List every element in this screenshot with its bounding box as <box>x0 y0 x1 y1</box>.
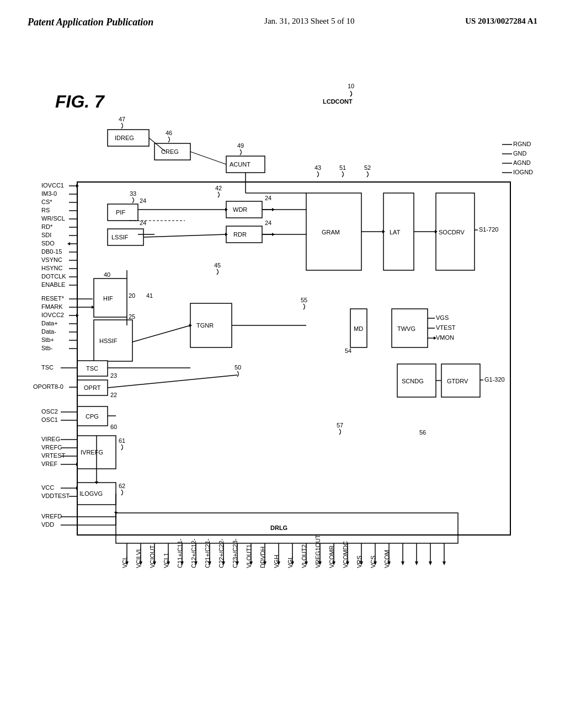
svg-text:VREFC: VREFC <box>41 444 62 451</box>
svg-text:FIG. 7: FIG. 7 <box>55 92 105 111</box>
svg-text:OSC2: OSC2 <box>41 408 58 415</box>
svg-line-239 <box>190 152 226 164</box>
svg-text:SCNDG: SCNDG <box>402 378 424 384</box>
svg-text:VCOM: VCOM <box>383 550 390 568</box>
svg-text:VLOUT2: VLOUT2 <box>301 544 307 568</box>
svg-text:20: 20 <box>129 292 135 299</box>
svg-text:VTEST: VTEST <box>436 324 456 331</box>
svg-text:TGNR: TGNR <box>196 322 214 329</box>
svg-line-249 <box>143 234 226 237</box>
svg-text:40: 40 <box>104 271 110 278</box>
svg-text:22: 22 <box>110 392 117 398</box>
svg-text:42: 42 <box>215 185 222 191</box>
svg-text:WDR: WDR <box>233 206 247 213</box>
svg-text:24: 24 <box>265 195 271 201</box>
svg-text:Data+: Data+ <box>41 320 58 326</box>
svg-text:56: 56 <box>419 429 426 436</box>
svg-text:S1-720: S1-720 <box>479 226 498 233</box>
publication-title: Patent Application Publication <box>28 17 153 28</box>
svg-text:RD*: RD* <box>41 223 53 230</box>
svg-text:Stb+: Stb+ <box>41 336 54 343</box>
svg-text:HSSIF: HSSIF <box>99 338 118 344</box>
svg-text:AGND: AGND <box>513 159 531 166</box>
diagram-area: FIG. 7 10 LCDCONT RGND GND AGND IOGND 47… <box>22 72 554 717</box>
svg-text:VCOMR: VCOMR <box>328 545 335 568</box>
svg-text:51: 51 <box>339 164 346 171</box>
svg-text:RGND: RGND <box>513 141 531 147</box>
svg-text:HIF: HIF <box>103 295 113 302</box>
svg-text:C23+/C23-: C23+/C23- <box>232 538 238 568</box>
svg-text:HSYNC: HSYNC <box>41 265 63 271</box>
svg-text:23: 23 <box>110 372 117 379</box>
svg-text:C11+/C11-: C11+/C11- <box>177 538 183 568</box>
publication-number: US 2013/0027284 A1 <box>465 17 537 26</box>
svg-text:IM3-0: IM3-0 <box>41 190 57 197</box>
svg-text:GND: GND <box>513 150 527 157</box>
svg-text:Stb-: Stb- <box>41 345 53 351</box>
svg-text:55: 55 <box>301 297 307 303</box>
svg-line-259 <box>108 375 237 388</box>
svg-text:VGL: VGL <box>287 556 294 568</box>
svg-text:DRLG: DRLG <box>270 524 287 531</box>
svg-text:DOTCLK: DOTCLK <box>41 273 66 280</box>
svg-text:VGS: VGS <box>436 314 449 321</box>
svg-text:C21+/C21-: C21+/C21- <box>204 538 211 568</box>
svg-text:ENABLE: ENABLE <box>41 281 65 288</box>
svg-text:VLOUT1: VLOUT1 <box>246 544 252 568</box>
svg-text:SDI: SDI <box>41 232 51 238</box>
svg-text:45: 45 <box>214 262 221 269</box>
svg-marker-217 <box>443 561 446 565</box>
svg-text:VMON: VMON <box>436 334 454 341</box>
svg-text:TSC: TSC <box>41 364 54 371</box>
svg-text:MD: MD <box>354 325 363 332</box>
svg-text:VCC: VCC <box>41 484 54 491</box>
svg-text:LCDCONT: LCDCONT <box>323 98 353 105</box>
svg-text:IOVCC1: IOVCC1 <box>41 182 64 189</box>
svg-text:VSYNC: VSYNC <box>41 256 62 263</box>
svg-text:VDDTEST: VDDTEST <box>41 493 70 499</box>
svg-text:VIREG: VIREG <box>41 436 60 442</box>
svg-text:PIF: PIF <box>116 209 125 216</box>
svg-text:60: 60 <box>110 424 117 430</box>
svg-text:VRTEST: VRTEST <box>41 452 65 459</box>
svg-text:VCL: VCL <box>121 556 128 568</box>
svg-text:61: 61 <box>119 437 125 444</box>
svg-text:GTDRV: GTDRV <box>447 378 468 384</box>
svg-text:49: 49 <box>237 142 244 149</box>
svg-text:WR/SCL: WR/SCL <box>41 215 65 222</box>
svg-text:LSSIF: LSSIF <box>111 234 129 240</box>
svg-text:GRAM: GRAM <box>322 229 340 235</box>
svg-text:OSC1: OSC1 <box>41 416 58 423</box>
svg-marker-40 <box>67 242 70 245</box>
svg-text:ACUNT: ACUNT <box>230 161 250 168</box>
svg-text:IOVCC2: IOVCC2 <box>41 312 64 318</box>
svg-text:DB0-15: DB0-15 <box>41 248 62 255</box>
svg-text:VGH: VGH <box>273 555 280 568</box>
svg-text:VREG1OUT: VREG1OUT <box>315 534 321 568</box>
svg-text:TSC: TSC <box>86 365 98 372</box>
svg-text:VRS: VRS <box>356 555 363 568</box>
svg-text:DDVDH: DDVDH <box>259 547 266 568</box>
svg-text:RDR: RDR <box>233 231 247 238</box>
svg-text:RESET*: RESET* <box>41 295 65 302</box>
svg-text:ILOGVG: ILOGVG <box>79 490 103 497</box>
svg-text:OPRT: OPRT <box>84 384 101 391</box>
svg-text:52: 52 <box>364 164 371 171</box>
svg-text:Data-: Data- <box>41 328 56 335</box>
svg-text:SDO: SDO <box>41 240 55 247</box>
svg-text:CREG: CREG <box>161 148 179 155</box>
page: Patent Application Publication Jan. 31, … <box>0 0 565 728</box>
svg-text:33: 33 <box>130 190 136 197</box>
svg-marker-213 <box>415 561 418 565</box>
svg-text:25: 25 <box>129 313 135 320</box>
svg-text:41: 41 <box>146 292 153 299</box>
page-header: Patent Application Publication Jan. 31, … <box>0 0 565 28</box>
svg-text:VCILVL: VCILVL <box>135 548 142 568</box>
circuit-diagram: FIG. 7 10 LCDCONT RGND GND AGND IOGND 47… <box>22 72 552 717</box>
svg-text:CPG: CPG <box>86 413 99 420</box>
svg-text:SOCDRV: SOCDRV <box>439 229 465 235</box>
svg-text:57: 57 <box>337 422 343 429</box>
svg-text:46: 46 <box>166 130 172 136</box>
svg-text:LAT: LAT <box>390 229 401 235</box>
svg-text:IOGND: IOGND <box>513 169 533 175</box>
